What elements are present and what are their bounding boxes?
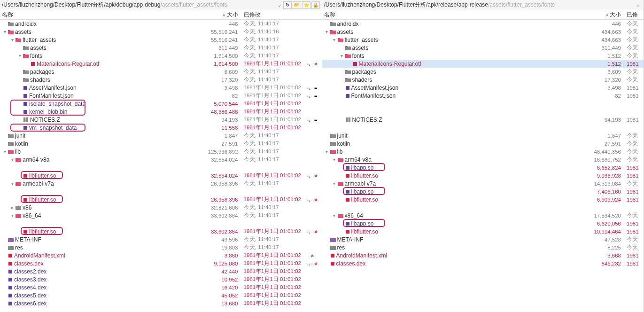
file-row[interactable]	[322, 124, 644, 132]
header-size[interactable]: ᴧ 大小	[204, 11, 242, 19]
disclosure-icon[interactable]: ▾	[324, 149, 330, 154]
folder-row[interactable]: ▾flutter_assets434,663今天	[322, 36, 644, 44]
folder-row[interactable]: junit1,847今天, 11:40:17	[0, 132, 322, 140]
disclosure-icon[interactable]: ▾	[332, 181, 337, 186]
folder-row[interactable]: assets311,449今天	[322, 44, 644, 52]
folder-row[interactable]: ▾fonts1,512今天	[322, 52, 644, 60]
file-row[interactable]: libapp.so6,652,8241981	[322, 164, 644, 172]
folder-row[interactable]: ▾arm64-v8a16,589,752今天	[322, 156, 644, 164]
file-row[interactable]: libflutter.so26,958,3961981年1月1日 01:01:0…	[0, 195, 322, 203]
file-row[interactable]: libflutter.so9,936,9281981	[322, 172, 644, 179]
chevron-down-icon[interactable]: ⌄	[276, 2, 283, 8]
file-row[interactable]	[322, 108, 644, 116]
disclosure-icon[interactable]: ▾	[2, 29, 8, 34]
file-row[interactable]: libflutter.so6,909,9241981	[322, 195, 644, 203]
file-row[interactable]: isolate_snapshot_data5,070,5441981年1月1日 …	[0, 100, 322, 108]
disclosure-icon[interactable]: ▾	[9, 213, 15, 218]
file-row[interactable]: classes.dex846,2321981	[322, 259, 644, 267]
file-row[interactable]: libflutter.so10,914,4641981	[322, 227, 644, 235]
file-row[interactable]: MaterialIcons-Regular.otf1,5121981	[322, 60, 644, 68]
disclosure-icon[interactable]: ▸	[9, 205, 15, 210]
file-row[interactable]: classes.dex9,125,0801981年1月1日 01:01:02¹₁…	[0, 259, 322, 267]
folder-row[interactable]: kotlin27,591今天	[322, 140, 644, 148]
disclosure-icon[interactable]: ▾	[9, 181, 15, 186]
disclosure-icon[interactable]: ▾	[2, 149, 8, 154]
folder-row[interactable]: res19,803今天, 11:40:17	[0, 243, 322, 251]
file-row[interactable]: AssetManifest.json3,4981981年1月1日 01:01:0…	[0, 84, 322, 92]
header-name[interactable]: 名称	[322, 11, 588, 19]
folder-row[interactable]: kotlin27,591今天, 11:40:17	[0, 140, 322, 148]
bookmark-button[interactable]: ⭐	[302, 1, 310, 9]
file-row[interactable]	[0, 219, 322, 227]
file-row[interactable]: FontManifest.json821981年1月1日 01:01:02¹₁=…	[0, 92, 322, 100]
file-row[interactable]: FontManifest.json821981	[322, 92, 644, 100]
file-row[interactable]	[0, 187, 322, 195]
header-name[interactable]: 名称	[0, 11, 204, 19]
disclosure-icon[interactable]: ▾	[9, 157, 15, 162]
file-row[interactable]: classes2.dex42,4401981年1月1日 01:01:02	[0, 267, 322, 275]
folder-row[interactable]: ▾x86_6417,534,520今天	[322, 211, 644, 219]
right-tree[interactable]: androidx446今天▾assets434,663今天▾flutter_as…	[322, 20, 644, 312]
disclosure-icon[interactable]: ▾	[17, 53, 23, 58]
folder-row[interactable]: ▾armeabi-v7a26,958,396今天, 11:40:17	[0, 179, 322, 187]
file-row[interactable]	[322, 100, 644, 108]
disclosure-icon[interactable]: ▾	[332, 37, 337, 42]
folder-row[interactable]: packages6,609今天, 11:40:17	[0, 68, 322, 76]
file-row[interactable]	[0, 164, 322, 172]
file-row[interactable]: AndroidManifest.xml3,6681981	[322, 251, 644, 259]
open-folder-button[interactable]: 📂	[293, 1, 301, 9]
folder-row[interactable]: ▾x86_6433,602,864今天, 11:40:17	[0, 211, 322, 219]
file-row[interactable]: kernel_blob.bin48,386,4881981年1月1日 01:01…	[0, 108, 322, 116]
folder-row[interactable]: ▾assets434,663今天	[322, 28, 644, 36]
folder-row[interactable]: androidx446今天	[322, 20, 644, 28]
left-path[interactable]: /Users/liuzhenzhong/Desktop/Flutter分析/ap…	[2, 1, 276, 9]
item-date: 1981	[625, 173, 644, 179]
file-row[interactable]: vm_snapshot_data11,5581981年1月1日 01:01:02	[0, 124, 322, 132]
folder-row[interactable]: ▾armeabi-v7a14,316,084今天	[322, 179, 644, 187]
folder-row[interactable]: ▾fonts1,614,500今天, 11:40:17	[0, 52, 322, 60]
folder-row[interactable]: junit1,847今天	[322, 132, 644, 140]
header-modified[interactable]: 已修	[625, 11, 644, 19]
file-row[interactable]: classes3.dex10,9521981年1月1日 01:01:02	[0, 275, 322, 283]
folder-row[interactable]: packages6,609今天	[322, 68, 644, 76]
header-modified[interactable]: 已修改	[242, 11, 303, 19]
file-row[interactable]	[322, 203, 644, 211]
disclosure-icon[interactable]: ▾	[9, 37, 15, 42]
folder-row[interactable]: NOTICES.Z94,1931981年1月1日 01:01:02¹₁= =	[0, 116, 322, 124]
disclosure-icon[interactable]: ▾	[332, 213, 337, 218]
folder-row[interactable]: ▸x8632,821,608今天, 11:40:17	[0, 203, 322, 211]
chevron-down-icon[interactable]: ⌄	[634, 2, 642, 8]
folder-row[interactable]: shaders17,320今天, 11:40:17	[0, 76, 322, 84]
file-row[interactable]: AssetManifest.json3,4981981	[322, 84, 644, 92]
folder-row[interactable]: ▾lib125,936,892今天, 11:40:17	[0, 148, 322, 156]
disclosure-icon[interactable]: ▾	[324, 29, 330, 34]
folder-row[interactable]: META-INF49,596今天, 11:40:17	[0, 235, 322, 243]
file-row[interactable]: libflutter.so32,554,0241981年1月1日 01:01:0…	[0, 172, 322, 179]
folder-row[interactable]: shaders17,320今天	[322, 76, 644, 84]
folder-row[interactable]: ▾flutter_assets55,516,241今天, 11:40:17	[0, 36, 322, 44]
folder-row[interactable]: assets311,449今天, 11:40:17	[0, 44, 322, 52]
folder-row[interactable]: META-INF47,528今天	[322, 235, 644, 243]
header-size[interactable]: ᴧ 大小	[587, 11, 625, 19]
file-row[interactable]: AndroidManifest.xml3,8601981年1月1日 01:01:…	[0, 251, 322, 259]
file-row[interactable]: MaterialIcons-Regular.otf1,614,5001981年1…	[0, 60, 322, 68]
folder-row[interactable]: ▾assets55,516,241今天, 11:40:16	[0, 28, 322, 36]
disclosure-icon[interactable]: ▾	[332, 157, 337, 162]
folder-row[interactable]: ▾lib48,440,356今天	[322, 148, 644, 156]
left-tree[interactable]: androidx446今天, 11:40:17▾assets55,516,241…	[0, 20, 322, 312]
disclosure-icon[interactable]: ▾	[339, 53, 345, 58]
file-row[interactable]: classes5.dex45,0521981年1月1日 01:01:02	[0, 291, 322, 299]
file-row[interactable]: libflutter.so33,602,8641981年1月1日 01:01:0…	[0, 227, 322, 235]
folder-row[interactable]: NOTICES.Z94,1931981	[322, 116, 644, 124]
folder-row[interactable]: androidx446今天, 11:40:17	[0, 20, 322, 28]
file-row[interactable]: classes4.dex16,4201981年1月1日 01:01:02	[0, 283, 322, 291]
refresh-button[interactable]: ↻	[283, 1, 292, 9]
folder-row[interactable]: res8,225今天	[322, 243, 644, 251]
right-path[interactable]: /Users/liuzhenzhong/Desktop/Flutter分析/ap…	[324, 1, 635, 9]
file-row[interactable]: libapp.so7,406,1601981	[322, 187, 644, 195]
lock-button[interactable]: 🔒	[311, 1, 320, 9]
item-name: FontManifest.json	[29, 93, 74, 99]
file-row[interactable]: libapp.so6,620,0561981	[322, 219, 644, 227]
file-row[interactable]: classes6.dex13,6801981年1月1日 01:01:02	[0, 299, 322, 307]
folder-row[interactable]: ▾arm64-v8a32,554,024今天, 11:40:17	[0, 156, 322, 164]
